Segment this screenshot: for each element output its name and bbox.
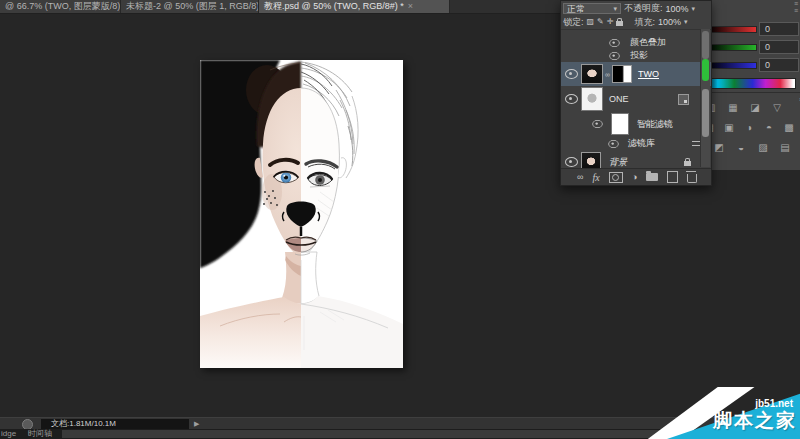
tab-label: 教程.psd @ 50% (TWO, RGB/8#) *: [264, 0, 404, 13]
document-size-info: 文档:1.81M/10.1M: [41, 419, 189, 429]
layer-thumbnail[interactable]: [581, 64, 603, 84]
fill-value[interactable]: 100%: [658, 17, 681, 27]
green-slider[interactable]: [707, 44, 757, 51]
photo-eye: [274, 172, 298, 183]
lock-transparent-icon[interactable]: ▨: [587, 18, 595, 26]
adjustment-icon[interactable]: ◓: [761, 121, 777, 134]
layers-panel-toolbar: ∞ fx ◑: [561, 168, 711, 185]
panel-menu-icon[interactable]: ≡: [794, 7, 798, 14]
tab-label: 未标题-2 @ 50% (图层 1, RGB/8) *: [126, 0, 259, 13]
adjustments-collapse-icon[interactable]: ≡: [793, 93, 800, 106]
red-slider[interactable]: [707, 26, 757, 33]
effect-label: 颜色叠加: [630, 36, 666, 49]
status-flyout-arrow-icon[interactable]: ▶: [194, 420, 199, 428]
layers-scrollbar[interactable]: [700, 29, 710, 167]
adjustment-icon[interactable]: ▽: [769, 101, 785, 114]
chevron-down-icon: ▾: [613, 4, 617, 14]
red-value-field[interactable]: 0: [759, 22, 799, 36]
document-tab-2[interactable]: 未标题-2 @ 50% (图层 1, RGB/8) * ×: [121, 0, 259, 13]
smart-object-badge-icon: [678, 94, 689, 105]
layer-mask-thumbnail[interactable]: [612, 65, 632, 83]
green-value-field[interactable]: 0: [759, 40, 799, 54]
adjustment-icon[interactable]: ▨: [755, 141, 771, 154]
panel-menu-icon[interactable]: ≡: [794, 0, 798, 7]
layers-panel: 正常 ▾ 不透明度: 100% ▾ 锁定: ▨ ✎ ✛ 填充: 100% ▾ 颜…: [560, 0, 712, 186]
close-icon[interactable]: ×: [408, 0, 413, 13]
blue-slider[interactable]: [707, 62, 757, 69]
adjustment-icon[interactable]: ▦: [725, 101, 741, 114]
new-group-folder-icon[interactable]: [646, 173, 658, 181]
layer-thumbnail[interactable]: [581, 87, 603, 111]
lock-pixels-icon[interactable]: ✎: [597, 18, 604, 26]
effect-label: 投影: [630, 49, 648, 62]
lock-position-icon[interactable]: ✛: [607, 18, 614, 26]
lock-fill-row: 锁定: ▨ ✎ ✛ 填充: 100% ▾: [561, 15, 711, 30]
opacity-value[interactable]: 100%: [666, 4, 689, 14]
new-layer-icon[interactable]: [667, 171, 678, 183]
filter-gallery-row[interactable]: 滤镜库: [561, 136, 711, 151]
adjustment-icon[interactable]: ▣: [721, 121, 737, 134]
blend-mode-row: 正常 ▾ 不透明度: 100% ▾: [561, 1, 711, 15]
add-mask-icon[interactable]: [609, 172, 623, 183]
blend-mode-value: 正常: [567, 4, 585, 14]
chevron-down-icon[interactable]: ▾: [684, 18, 688, 26]
opacity-label: 不透明度:: [624, 2, 663, 15]
document-tab-active[interactable]: 教程.psd @ 50% (TWO, RGB/8#) * ×: [259, 0, 450, 13]
layer-row-two-selected[interactable]: ∞ TWO: [561, 62, 711, 86]
delete-layer-trash-icon[interactable]: [687, 174, 697, 183]
panel-divider: [697, 92, 800, 93]
layer-effect-drop-shadow[interactable]: 投影: [561, 49, 711, 62]
visibility-eye-icon[interactable]: [609, 52, 619, 60]
adjustment-icon[interactable]: ▩: [781, 121, 797, 134]
tab-timeline[interactable]: 时间轴: [28, 429, 52, 439]
layer-effect-color-overlay[interactable]: 颜色叠加: [561, 36, 711, 49]
fill-label: 填充:: [634, 16, 655, 29]
layer-row-one[interactable]: ONE: [561, 86, 711, 112]
smart-filter-thumbnail[interactable]: [611, 113, 629, 135]
lock-label: 锁定:: [563, 16, 584, 29]
layer-style-fx-icon[interactable]: fx: [592, 172, 599, 183]
visibility-eye-icon[interactable]: [609, 39, 619, 47]
adjustment-icon[interactable]: ◪: [747, 101, 763, 114]
tab-label: @ 66.7% (TWO, 图层蒙版/8) *: [5, 0, 121, 13]
photoshop-window: @ 66.7% (TWO, 图层蒙版/8) * × 未标题-2 @ 50% (图…: [0, 0, 800, 439]
adjustment-icon[interactable]: ◑: [741, 121, 757, 134]
link-layers-icon[interactable]: ∞: [577, 172, 583, 182]
scrollbar-thumb[interactable]: [702, 89, 709, 137]
visibility-eye-icon[interactable]: [592, 120, 602, 128]
document-tab-1[interactable]: @ 66.7% (TWO, 图层蒙版/8) * ×: [0, 0, 121, 13]
adjustment-layer-icon[interactable]: ◑: [632, 172, 637, 182]
visibility-eye-icon[interactable]: [565, 157, 578, 167]
lock-all-icon[interactable]: [616, 21, 623, 26]
visibility-eye-icon[interactable]: [565, 69, 578, 79]
smart-filters-row[interactable]: 智能滤镜: [561, 112, 711, 136]
layer-name[interactable]: ONE: [609, 94, 629, 104]
layers-list: 颜色叠加 投影 ∞ TWO ONE 智能: [561, 36, 711, 173]
layer-name[interactable]: TWO: [638, 69, 659, 79]
adjustment-icon[interactable]: ◩: [711, 141, 727, 154]
watermark-site-name: 脚本之家: [713, 408, 797, 434]
layer-lock-icon: [684, 161, 691, 166]
adjustment-icon[interactable]: ▤: [777, 141, 793, 154]
status-circle-icon: [22, 419, 33, 430]
blue-value-field[interactable]: 0: [759, 58, 799, 72]
scrollbar-thumb[interactable]: [702, 31, 709, 59]
adjustment-icon[interactable]: ◒: [733, 141, 749, 154]
color-spectrum-bar[interactable]: [702, 78, 796, 89]
visibility-eye-icon[interactable]: [565, 94, 578, 104]
layer-name[interactable]: 背景: [609, 156, 627, 169]
document-canvas[interactable]: [200, 60, 403, 368]
visibility-eye-icon[interactable]: [608, 140, 618, 148]
scrollbar-green-segment: [702, 59, 709, 81]
blend-mode-select[interactable]: 正常 ▾: [563, 3, 621, 14]
tab-mini-bridge[interactable]: idge: [1, 429, 16, 439]
filter-gallery-label[interactable]: 滤镜库: [628, 137, 655, 150]
watermark: jb51.net 脚本之家: [625, 387, 800, 439]
chevron-down-icon[interactable]: ▾: [692, 5, 696, 13]
mask-link-icon[interactable]: ∞: [605, 71, 610, 78]
portrait-artwork: [200, 60, 403, 368]
smart-filters-label: 智能滤镜: [637, 118, 673, 131]
